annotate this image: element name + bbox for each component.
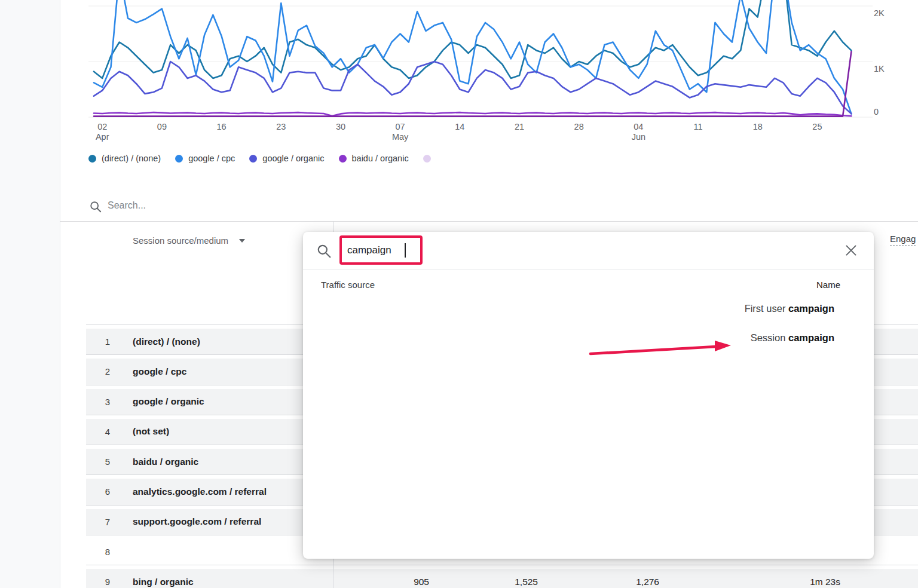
legend-label: google / organic (262, 154, 324, 163)
traffic-line-chart-svg (88, 0, 873, 120)
dimension-header-dropdown[interactable]: Session source/medium (133, 235, 245, 246)
row-metric-value: 1m 23s (659, 577, 840, 587)
dimension-option-first-user[interactable]: First user campaign (745, 301, 834, 316)
x-axis-tick: 09 (157, 122, 167, 132)
row-index: 7 (86, 517, 120, 527)
x-axis-tick: 02Apr (96, 122, 109, 142)
x-axis-tick: 28 (574, 122, 584, 132)
dialog-name-header: Name (816, 280, 840, 290)
dialog-category-header: Traffic source (321, 280, 375, 290)
legend-item: (direct) / (none) (88, 154, 161, 163)
legend-item: google / cpc (175, 154, 235, 163)
row-metric-value: 1,276 (538, 577, 659, 587)
x-axis-tick: 30 (336, 122, 345, 132)
row-source-medium: (not set) (120, 426, 333, 437)
legend-item: baidu / organic (339, 154, 409, 163)
row-index: 2 (86, 366, 120, 376)
legend-label: google / cpc (188, 154, 235, 163)
dimension-header-label: Session source/medium (133, 235, 228, 246)
legend-dot-icon (339, 155, 347, 163)
row-index: 8 (86, 547, 120, 557)
dimension-option-session[interactable]: Session campaign (751, 330, 834, 345)
row-index: 1 (86, 336, 120, 347)
row-index: 9 (86, 577, 120, 587)
chevron-down-icon (239, 239, 245, 243)
x-axis-tick: 07May (392, 122, 408, 142)
row-source-medium: google / organic (120, 396, 333, 407)
dialog-search-icon (316, 243, 332, 259)
row-source-medium: (direct) / (none) (120, 336, 333, 347)
x-axis-tick: 14 (455, 122, 464, 132)
left-sidebar (0, 0, 60, 588)
series-line-1 (94, 0, 851, 114)
row-source-medium: bing / organic (120, 577, 333, 587)
x-axis-tick: 18 (753, 122, 763, 132)
table-row: 9bing / organic9051,5251,2761m 23s (86, 565, 918, 588)
series-line-3 (94, 112, 851, 116)
x-axis-tick: 04Jun (632, 122, 645, 142)
y-axis-tick: 2K (874, 8, 901, 18)
series-line-2 (94, 62, 851, 114)
x-axis-tick: 16 (217, 122, 227, 132)
legend-item: google / organic (249, 154, 324, 163)
x-axis-tick: 23 (276, 122, 286, 132)
legend-label: (direct) / (none) (102, 154, 161, 163)
legend-dot-icon (88, 155, 96, 163)
row-source-medium: baidu / organic (120, 457, 333, 467)
row-metric-value: 905 (333, 577, 429, 587)
table-search-input[interactable] (108, 198, 359, 213)
metric-header-engagement[interactable]: Engag (890, 234, 916, 246)
row-index: 4 (86, 427, 120, 437)
y-axis-tick: 0 (874, 107, 901, 117)
dialog-divider (303, 269, 874, 270)
chart-legend: (direct) / (none)google / cpcgoogle / or… (88, 154, 436, 163)
row-index: 5 (86, 457, 120, 467)
legend-dot-icon (423, 155, 431, 163)
y-axis-tick: 1K (874, 64, 901, 74)
dimension-picker-dialog: Traffic source Name First user campaignS… (303, 232, 874, 559)
x-axis-tick: 25 (812, 122, 822, 132)
close-icon[interactable] (843, 243, 859, 258)
search-icon (89, 200, 102, 213)
row-source-medium: google / cpc (120, 366, 333, 377)
legend-item (423, 155, 436, 163)
row-index: 3 (86, 397, 120, 407)
row-source-medium: analytics.google.com / referral (120, 486, 333, 497)
row-metric-value: 1,525 (429, 577, 538, 587)
legend-dot-icon (249, 155, 257, 163)
ga4-report-page: 2K1K0 02Apr0916233007May14212804Jun11182… (0, 0, 918, 588)
legend-dot-icon (175, 155, 183, 163)
table-top-divider (60, 221, 918, 222)
legend-label: baidu / organic (352, 154, 409, 163)
x-axis-tick: 21 (515, 122, 524, 132)
dialog-search-input[interactable] (347, 242, 515, 259)
text-cursor (405, 243, 406, 258)
row-index: 6 (86, 486, 120, 497)
row-source-medium: support.google.com / referral (120, 516, 333, 527)
x-axis-tick: 11 (694, 122, 703, 132)
